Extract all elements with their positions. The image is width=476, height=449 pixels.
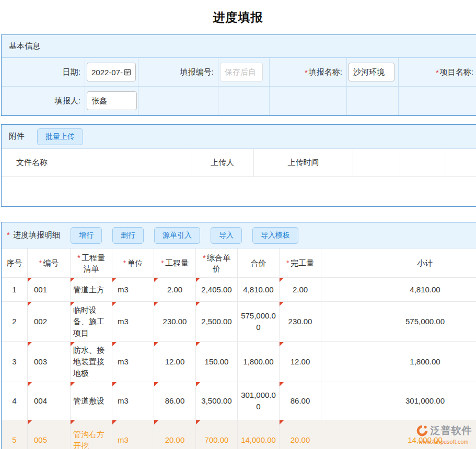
cell-seq: 3 [2,342,28,382]
col-header-qty: *工程量 [154,249,196,278]
col-header-unit: *单位 [112,249,154,278]
cell-qty[interactable]: 12.00 [154,342,196,382]
batch-upload-button[interactable]: 批量上传 [37,128,83,145]
col-header-unit-price: *综合单价 [196,249,238,278]
cell-seq: 5 [2,420,28,449]
empty-cell [218,87,270,115]
filler-input[interactable]: 张鑫 [87,91,137,110]
cell-subtotal: 1,800.00 [321,342,476,382]
cell-unit[interactable]: m3 [112,278,154,302]
col-header-item: *工程量清单 [71,249,112,278]
page: 进度填报 基本信息 日期: 2022-07- 填报编号: [0,0,476,449]
basic-info-grid: 日期: 2022-07- 填报编号: 保存后自 * 填报名 [2,58,476,115]
cell-item[interactable]: 管沟石方开挖 [71,420,112,449]
cell-unit[interactable]: m3 [112,382,154,420]
report-no-label: 填报编号: [138,58,218,87]
cell-code[interactable]: 001 [28,278,71,302]
date-label: 日期: [2,58,85,87]
cell-code[interactable]: 004 [28,382,71,420]
details-section: * 进度填报明细 增行 删行 源单引入 导入 导入模板 序号 *编号 *工程量清… [1,222,476,449]
cell-qty[interactable]: 2.00 [154,278,196,302]
filler-label: 填报人: [2,87,85,115]
col-header-file-name: 文件名称 [2,149,191,177]
cell-code[interactable]: 003 [28,342,71,382]
date-cell: 2022-07- [85,58,138,87]
attachments-empty-body [2,177,476,206]
cell-amount: 1,800.00 [238,342,280,382]
empty-cell [270,87,347,115]
filler-cell: 张鑫 [85,87,138,115]
attachments-title: 附件 [9,132,25,141]
project-name-label: * 项目名称: [399,58,476,87]
report-no-input: 保存后自 [220,63,263,81]
cell-unit[interactable]: m3 [112,302,154,342]
basic-info-header: 基本信息 [2,35,476,58]
cell-item[interactable]: 临时设备、施工项目 [71,302,112,342]
col-header-amount: 合价 [238,249,280,278]
attachments-table-header: 文件名称 上传人 上传时间 [2,149,476,177]
table-row: 3 003 防水、接地装置接地极 m3 12.00 150.00 1,800.0… [2,342,476,382]
cell-amount: 575,000.00 [238,302,280,342]
cell-qty[interactable]: 230.00 [154,302,196,342]
date-input[interactable]: 2022-07- [87,63,136,81]
cell-done-qty[interactable]: 20.00 [280,420,321,449]
table-row: 4 004 管道敷设 m3 86.00 3,500.00 301,000.00 … [2,382,476,420]
cell-done-qty[interactable]: 12.00 [280,342,321,382]
cell-done-qty[interactable]: 230.00 [280,302,321,342]
col-header-code: *编号 [28,249,71,278]
fanpu-logo-icon [415,424,429,438]
cell-unit-price[interactable]: 2,405.00 [196,278,238,302]
cell-done-qty[interactable]: 2.00 [280,278,321,302]
add-row-button[interactable]: 增行 [71,227,102,244]
details-table-header: 序号 *编号 *工程量清单 *单位 *工程量 *综合单价 合价 *完工量 小计 [2,249,476,278]
cell-seq: 4 [2,382,28,420]
cell-done-qty[interactable]: 86.00 [280,382,321,420]
cell-amount: 14,000.00 [238,420,280,449]
vendor-brand-name: 泛普软件 [431,424,472,438]
attachments-section: 附件 批量上传 文件名称 上传人 上传时间 [1,124,476,207]
attachments-col-empty [400,149,446,177]
basic-info-section: 基本信息 日期: 2022-07- 填报编号: 保存后自 [1,34,476,116]
cell-seq: 2 [2,302,28,342]
empty-cell [399,87,476,115]
cell-unit-price[interactable]: 700.00 [196,420,238,449]
cell-subtotal: 575,000.00 [321,302,476,342]
page-title: 进度填报 [0,0,476,34]
cell-code[interactable]: 002 [28,302,71,342]
table-row: 2 002 临时设备、施工项目 m3 230.00 2,500.00 575,0… [2,302,476,342]
attachments-col-empty [446,149,476,177]
cell-item[interactable]: 管道敷设 [71,382,112,420]
cell-unit-price[interactable]: 150.00 [196,342,238,382]
import-template-button[interactable]: 导入模板 [252,227,298,244]
cell-unit-price[interactable]: 3,500.00 [196,382,238,420]
cell-amount: 301,000.00 [238,382,280,420]
cell-unit-price[interactable]: 2,500.00 [196,302,238,342]
report-name-input[interactable]: 沙河环境 [349,63,394,81]
source-import-button[interactable]: 源单引入 [154,227,200,244]
delete-row-button[interactable]: 删行 [112,227,144,244]
col-header-uploader: 上传人 [191,149,254,177]
cell-unit[interactable]: m3 [112,420,154,449]
attachments-header: 附件 批量上传 [2,125,476,149]
cell-qty[interactable]: 86.00 [154,382,196,420]
col-header-done-qty: *完工量 [280,249,321,278]
cell-code[interactable]: 005 [28,420,71,449]
import-button[interactable]: 导入 [211,227,242,244]
cell-subtotal: 301,000.00 [321,382,476,420]
cell-unit[interactable]: m3 [112,342,154,382]
cell-qty[interactable]: 20.00 [154,420,196,449]
vendor-url: www.fanpusoft.com [419,439,468,445]
required-marker: * [305,68,308,77]
col-header-subtotal: 小计 [321,249,476,278]
calendar-icon[interactable] [124,68,131,76]
report-name-cell: 沙河环境 [347,58,399,87]
table-row-selected: 5 005 管沟石方开挖 m3 20.00 700.00 14,000.00 2… [2,420,476,449]
table-row: 1 001 管道土方 m3 2.00 2,405.00 4,810.00 2.0… [2,278,476,302]
basic-info-title: 基本信息 [9,41,40,51]
cell-item[interactable]: 防水、接地装置接地极 [71,342,112,382]
col-header-upload-time: 上传时间 [254,149,353,177]
cell-amount: 4,810.00 [238,278,280,302]
report-no-cell: 保存后自 [218,58,270,87]
cell-seq: 1 [2,278,28,302]
cell-item[interactable]: 管道土方 [71,278,112,302]
